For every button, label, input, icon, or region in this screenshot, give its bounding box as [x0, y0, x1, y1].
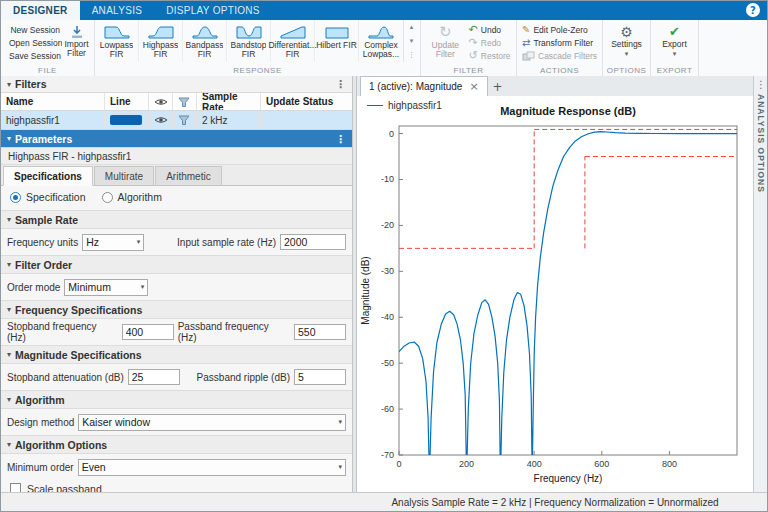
input-sample-rate-input[interactable] [280, 234, 346, 250]
stopband-frequency-label: Stopband frequency (Hz) [7, 321, 118, 343]
order-mode-select[interactable]: Minimum ▾ [64, 279, 148, 296]
collapse-icon: ▾ [7, 305, 11, 314]
parameters-panel-header[interactable]: ▾ Parameters ⋮ [1, 130, 352, 148]
response-bandstop-fir[interactable]: Bandstop FIR [227, 20, 271, 62]
section-frequency-specifications[interactable]: ▾ Frequency Specifications [1, 300, 352, 319]
chevron-down-icon: ▾ [141, 283, 145, 291]
save-session-label: Save Session [9, 51, 61, 61]
frequency-units-select[interactable]: Hz ▾ [82, 234, 144, 251]
tab-designer[interactable]: DESIGNER [1, 1, 80, 20]
svg-text:0: 0 [389, 129, 394, 139]
order-mode-label: Order mode [7, 282, 60, 293]
filter-funnel-icon [178, 97, 190, 107]
magnitude-response-plot: highpassfir1 Magnitude Response (dB)0200… [357, 96, 753, 493]
save-session-button[interactable]: Save Session ▾ [4, 49, 62, 62]
tab-analysis[interactable]: ANALYSIS [80, 1, 155, 20]
new-analysis-tab-button[interactable]: + [488, 77, 508, 96]
ribbon-section-filter: ↻ Update Filter ↶ Undo ↷ Redo ↺ Restore [421, 20, 517, 76]
response-bandpass-fir[interactable]: Bandpass FIR [183, 20, 227, 62]
svg-text:-60: -60 [381, 404, 394, 414]
filter-line-cell[interactable] [105, 111, 149, 129]
filter-row-highpassfir1[interactable]: highpassfir1 2 kHz [1, 111, 352, 130]
filter-designer-window: DESIGNER ANALYSIS DISPLAY OPTIONS ? New … [0, 0, 768, 512]
new-session-button[interactable]: New Session [4, 23, 62, 36]
settings-button[interactable]: ⚙ Settings ▾ [611, 23, 642, 62]
analysis-options-strip[interactable]: ⋮ ANALYSIS OPTIONS [753, 76, 768, 493]
eye-icon [154, 115, 167, 125]
response-highpass-fir[interactable]: Highpass FIR [139, 20, 183, 62]
pencil-icon: ✎ [522, 24, 530, 35]
minimum-order-select[interactable]: Even ▾ [78, 459, 346, 476]
parameters-overflow-icon[interactable]: ⋮ [336, 133, 347, 145]
edit-pole-zero-button[interactable]: ✎ Edit Pole-Zero [520, 23, 599, 36]
minimum-order-row: Minimum order Even ▾ [1, 454, 352, 480]
restore-button[interactable]: ↺ Restore [467, 49, 513, 62]
redo-icon: ↷ [469, 36, 478, 49]
response-hilbert-fir[interactable]: Hilbert FIR [315, 20, 359, 62]
help-button[interactable]: ? [746, 3, 760, 17]
response-gallery-scroll[interactable]: ▴ ▾ ⋮ [403, 20, 419, 62]
analysis-tab-bar: 1 (active): Magnitude × + [357, 76, 753, 97]
section-filter-order[interactable]: ▾ Filter Order [1, 255, 352, 274]
close-tab-icon[interactable]: × [469, 80, 478, 93]
complex-lowpass-icon [368, 23, 394, 39]
transform-icon: ⇄ [522, 37, 530, 48]
design-method-select[interactable]: Kaiser window ▾ [78, 414, 346, 431]
response-complex-lowpass-fir[interactable]: Complex Lowpas... [359, 20, 403, 62]
section-sample-rate[interactable]: ▾ Sample Rate [1, 210, 352, 229]
import-filter-button[interactable]: Import Filter [62, 23, 91, 62]
filter-update-status-cell [261, 111, 352, 129]
new-session-icon [6, 23, 7, 36]
strip-overflow-icon[interactable]: ⋮ [756, 79, 766, 90]
gallery-overflow-icon[interactable]: ⋮ [408, 51, 415, 59]
section-algorithm[interactable]: ▾ Algorithm [1, 390, 352, 409]
section-algorithm-options[interactable]: ▾ Algorithm Options [1, 435, 352, 454]
tab-specifications[interactable]: Specifications [3, 166, 93, 186]
filters-overflow-icon[interactable]: ⋮ [336, 78, 347, 90]
open-session-button[interactable]: Open Session [4, 36, 62, 49]
magnitude-response-tab[interactable]: 1 (active): Magnitude × [360, 76, 488, 97]
passband-ripple-input[interactable] [294, 369, 346, 385]
filters-table-header: Name Line Sample Rate Update Status [1, 93, 352, 111]
stopband-attenuation-label: Stopband attenuation (dB) [7, 372, 124, 383]
lowpass-icon [104, 23, 130, 39]
section-magnitude-specifications[interactable]: ▾ Magnitude Specifications [1, 345, 352, 364]
redo-button[interactable]: ↷ Redo [467, 36, 513, 49]
transform-filter-button[interactable]: ⇄ Transform Filter [520, 36, 599, 49]
filter-visibility-cell[interactable] [149, 111, 173, 129]
filter-name-cell: highpassfir1 [1, 111, 105, 129]
passband-frequency-input[interactable] [294, 324, 346, 340]
line-color-swatch[interactable] [110, 115, 142, 125]
radio-specification[interactable]: Specification [10, 191, 86, 203]
filter-order-row: Order mode Minimum ▾ [1, 274, 352, 300]
collapse-icon: ▾ [7, 260, 11, 269]
undo-button[interactable]: ↶ Undo [467, 23, 513, 36]
ribbon-section-file: New Session Open Session Save Session ▾ … [1, 20, 95, 76]
stopband-frequency-input[interactable] [122, 324, 174, 340]
radio-algorithm[interactable]: Algorithm [102, 191, 162, 203]
update-filter-button[interactable]: ↻ Update Filter [424, 23, 467, 62]
svg-text:Frequency (Hz): Frequency (Hz) [534, 473, 603, 484]
tab-display-options[interactable]: DISPLAY OPTIONS [154, 1, 272, 20]
response-lowpass-fir[interactable]: Lowpass FIR [95, 20, 139, 62]
tab-arithmetic[interactable]: Arithmetic [155, 166, 221, 185]
cascade-filters-button[interactable]: Cascade Filters [520, 49, 599, 62]
gallery-up-icon[interactable]: ▴ [410, 23, 414, 31]
export-button[interactable]: ✔ Export ▾ [662, 23, 687, 62]
cascade-icon [522, 51, 535, 61]
response-differentiator-fir[interactable]: Differentiat... FIR [271, 20, 315, 62]
collapse-icon: ▾ [7, 440, 11, 449]
column-update-status: Update Status [261, 93, 352, 110]
filter-section-label: FILTER [421, 66, 516, 75]
tab-multirate[interactable]: Multirate [94, 166, 154, 185]
differentiator-icon [280, 23, 306, 39]
magnitude-specs-row: Stopband attenuation (dB) Passband rippl… [1, 364, 352, 390]
stopband-attenuation-input[interactable] [128, 369, 180, 385]
gallery-down-icon[interactable]: ▾ [410, 37, 414, 45]
chevron-down-icon: ▾ [625, 50, 629, 59]
filter-mask-cell[interactable] [173, 111, 197, 129]
svg-text:Magnitude Response (dB): Magnitude Response (dB) [500, 105, 636, 117]
filters-panel-header[interactable]: ▾ Filters ⋮ [1, 76, 352, 93]
gear-icon: ⚙ [620, 25, 633, 39]
design-mode-radio-group: Specification Algorithm [1, 186, 352, 208]
